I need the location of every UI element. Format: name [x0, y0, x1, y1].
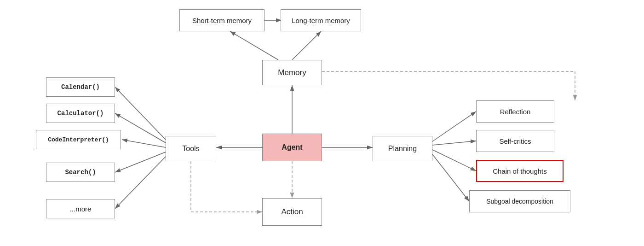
svg-line-15: [432, 141, 476, 145]
self-critics-box: Self-critics: [476, 130, 554, 152]
long-term-memory-box: Long-term memory: [281, 9, 361, 31]
action-box: Action: [262, 198, 322, 226]
agent-box: Agent: [262, 134, 322, 161]
diagram: Short-term memory Long-term memory Memor…: [0, 0, 644, 246]
svg-line-12: [115, 152, 166, 172]
svg-line-16: [432, 150, 476, 171]
svg-line-17: [432, 154, 469, 201]
subgoal-decomposition-box: Subgoal decomposition: [469, 190, 570, 212]
chain-of-thoughts-box: Chain of thoughts: [476, 160, 564, 182]
memory-box: Memory: [262, 60, 322, 85]
svg-line-11: [122, 140, 166, 147]
svg-line-9: [115, 87, 166, 140]
more-box: ...more: [46, 199, 115, 218]
calculator-box: Calculator(): [46, 104, 115, 123]
svg-line-4: [292, 31, 321, 60]
short-term-memory-box: Short-term memory: [179, 9, 264, 31]
svg-line-10: [115, 113, 166, 143]
search-box: Search(): [46, 163, 115, 182]
calendar-box: Calendar(): [46, 77, 115, 97]
svg-line-13: [115, 157, 166, 209]
svg-line-3: [230, 31, 278, 60]
code-interpreter-box: CodeInterpreter(): [36, 130, 121, 149]
planning-box: Planning: [373, 136, 432, 161]
reflection-box: Reflection: [476, 100, 554, 123]
tools-box: Tools: [166, 136, 216, 161]
svg-line-14: [432, 111, 476, 141]
